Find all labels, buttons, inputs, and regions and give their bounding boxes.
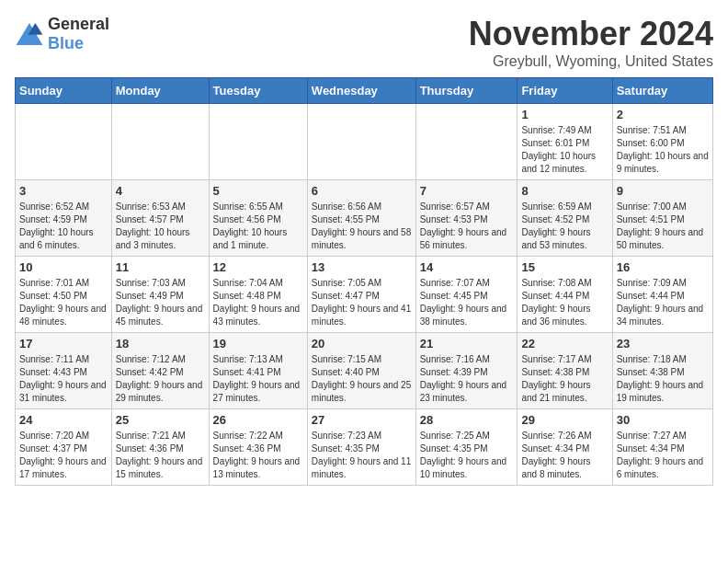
day-number: 18 (116, 337, 205, 350)
day-info: Sunrise: 7:03 AM Sunset: 4:49 PM Dayligh… (116, 277, 205, 328)
day-info: Sunrise: 6:55 AM Sunset: 4:56 PM Dayligh… (213, 201, 303, 252)
day-number: 15 (521, 260, 608, 274)
calendar-table: SundayMondayTuesdayWednesdayThursdayFrid… (15, 77, 713, 486)
header-cell-wednesday: Wednesday (307, 78, 415, 104)
day-cell: 8Sunrise: 6:59 AM Sunset: 4:52 PM Daylig… (518, 180, 612, 257)
day-info: Sunrise: 7:20 AM Sunset: 4:37 PM Dayligh… (19, 430, 108, 481)
day-info: Sunrise: 7:00 AM Sunset: 4:51 PM Dayligh… (617, 201, 709, 252)
day-cell: 7Sunrise: 6:57 AM Sunset: 4:53 PM Daylig… (415, 180, 518, 257)
day-info: Sunrise: 7:09 AM Sunset: 4:44 PM Dayligh… (617, 277, 709, 328)
day-info: Sunrise: 6:56 AM Sunset: 4:55 PM Dayligh… (312, 201, 412, 252)
day-info: Sunrise: 7:18 AM Sunset: 4:38 PM Dayligh… (617, 353, 709, 405)
logo-general: General (48, 15, 109, 33)
day-cell: 13Sunrise: 7:05 AM Sunset: 4:47 PM Dayli… (307, 257, 415, 333)
day-cell: 20Sunrise: 7:15 AM Sunset: 4:40 PM Dayli… (307, 333, 415, 409)
day-info: Sunrise: 7:16 AM Sunset: 4:39 PM Dayligh… (420, 353, 514, 405)
logo: General Blue (15, 15, 109, 53)
day-info: Sunrise: 7:12 AM Sunset: 4:42 PM Dayligh… (116, 353, 205, 405)
day-info: Sunrise: 7:05 AM Sunset: 4:47 PM Dayligh… (312, 277, 412, 328)
header-cell-tuesday: Tuesday (209, 78, 307, 104)
day-info: Sunrise: 7:27 AM Sunset: 4:34 PM Dayligh… (617, 430, 709, 481)
day-info: Sunrise: 7:01 AM Sunset: 4:50 PM Dayligh… (19, 277, 108, 328)
calendar-body: 1Sunrise: 7:49 AM Sunset: 6:01 PM Daylig… (16, 104, 713, 486)
day-number: 12 (213, 260, 303, 274)
day-cell: 2Sunrise: 7:51 AM Sunset: 6:00 PM Daylig… (612, 104, 712, 180)
day-info: Sunrise: 7:51 AM Sunset: 6:00 PM Dayligh… (617, 124, 709, 176)
day-info: Sunrise: 6:52 AM Sunset: 4:59 PM Dayligh… (19, 201, 108, 252)
day-number: 7 (420, 184, 514, 198)
day-number: 19 (213, 337, 303, 350)
day-number: 11 (116, 260, 205, 274)
day-cell: 16Sunrise: 7:09 AM Sunset: 4:44 PM Dayli… (612, 257, 712, 333)
day-cell: 23Sunrise: 7:18 AM Sunset: 4:38 PM Dayli… (612, 333, 712, 409)
day-info: Sunrise: 7:21 AM Sunset: 4:36 PM Dayligh… (116, 430, 205, 481)
logo-icon (15, 21, 44, 47)
day-cell: 10Sunrise: 7:01 AM Sunset: 4:50 PM Dayli… (16, 257, 112, 333)
day-cell: 5Sunrise: 6:55 AM Sunset: 4:56 PM Daylig… (209, 180, 307, 257)
header-cell-monday: Monday (111, 78, 209, 104)
day-cell: 14Sunrise: 7:07 AM Sunset: 4:45 PM Dayli… (415, 257, 518, 333)
day-cell: 17Sunrise: 7:11 AM Sunset: 4:43 PM Dayli… (16, 333, 112, 409)
day-info: Sunrise: 6:59 AM Sunset: 4:52 PM Dayligh… (521, 201, 608, 252)
day-number: 6 (312, 184, 412, 198)
day-cell: 12Sunrise: 7:04 AM Sunset: 4:48 PM Dayli… (209, 257, 307, 333)
day-cell: 27Sunrise: 7:23 AM Sunset: 4:35 PM Dayli… (307, 409, 415, 486)
day-number: 29 (521, 413, 608, 427)
day-number: 4 (116, 184, 205, 198)
day-number: 1 (521, 108, 608, 121)
day-info: Sunrise: 7:49 AM Sunset: 6:01 PM Dayligh… (521, 124, 608, 176)
day-number: 30 (617, 413, 709, 427)
day-cell: 30Sunrise: 7:27 AM Sunset: 4:34 PM Dayli… (612, 409, 712, 486)
day-number: 16 (617, 260, 709, 274)
day-cell (307, 104, 415, 180)
day-cell: 24Sunrise: 7:20 AM Sunset: 4:37 PM Dayli… (16, 409, 112, 486)
week-row-4: 24Sunrise: 7:20 AM Sunset: 4:37 PM Dayli… (16, 409, 713, 486)
day-number: 3 (19, 184, 108, 198)
day-number: 2 (617, 108, 709, 121)
day-number: 23 (617, 337, 709, 350)
day-info: Sunrise: 7:04 AM Sunset: 4:48 PM Dayligh… (213, 277, 303, 328)
week-row-1: 3Sunrise: 6:52 AM Sunset: 4:59 PM Daylig… (16, 180, 713, 257)
day-cell: 25Sunrise: 7:21 AM Sunset: 4:36 PM Dayli… (111, 409, 209, 486)
day-cell: 6Sunrise: 6:56 AM Sunset: 4:55 PM Daylig… (307, 180, 415, 257)
day-info: Sunrise: 7:26 AM Sunset: 4:34 PM Dayligh… (521, 430, 608, 481)
week-row-2: 10Sunrise: 7:01 AM Sunset: 4:50 PM Dayli… (16, 257, 713, 333)
day-info: Sunrise: 6:57 AM Sunset: 4:53 PM Dayligh… (420, 201, 514, 252)
header-cell-saturday: Saturday (612, 78, 712, 104)
day-cell: 18Sunrise: 7:12 AM Sunset: 4:42 PM Dayli… (111, 333, 209, 409)
day-info: Sunrise: 7:25 AM Sunset: 4:35 PM Dayligh… (420, 430, 514, 481)
day-number: 28 (420, 413, 514, 427)
day-cell: 4Sunrise: 6:53 AM Sunset: 4:57 PM Daylig… (111, 180, 209, 257)
day-info: Sunrise: 6:53 AM Sunset: 4:57 PM Dayligh… (116, 201, 205, 252)
day-info: Sunrise: 7:22 AM Sunset: 4:36 PM Dayligh… (213, 430, 303, 481)
header-cell-thursday: Thursday (415, 78, 518, 104)
day-number: 14 (420, 260, 514, 274)
day-info: Sunrise: 7:13 AM Sunset: 4:41 PM Dayligh… (213, 353, 303, 405)
day-number: 17 (19, 337, 108, 350)
day-cell: 11Sunrise: 7:03 AM Sunset: 4:49 PM Dayli… (111, 257, 209, 333)
logo-blue: Blue (48, 34, 84, 52)
day-number: 10 (19, 260, 108, 274)
day-number: 5 (213, 184, 303, 198)
day-cell: 9Sunrise: 7:00 AM Sunset: 4:51 PM Daylig… (612, 180, 712, 257)
week-row-0: 1Sunrise: 7:49 AM Sunset: 6:01 PM Daylig… (16, 104, 713, 180)
day-cell: 3Sunrise: 6:52 AM Sunset: 4:59 PM Daylig… (16, 180, 112, 257)
location-title: Greybull, Wyoming, United States (469, 53, 713, 70)
day-number: 8 (521, 184, 608, 198)
day-number: 24 (19, 413, 108, 427)
day-number: 25 (116, 413, 205, 427)
day-number: 27 (312, 413, 412, 427)
header-row: SundayMondayTuesdayWednesdayThursdayFrid… (16, 78, 713, 104)
day-cell (209, 104, 307, 180)
week-row-3: 17Sunrise: 7:11 AM Sunset: 4:43 PM Dayli… (16, 333, 713, 409)
day-cell: 1Sunrise: 7:49 AM Sunset: 6:01 PM Daylig… (518, 104, 612, 180)
day-cell (111, 104, 209, 180)
day-info: Sunrise: 7:08 AM Sunset: 4:44 PM Dayligh… (521, 277, 608, 328)
day-number: 22 (521, 337, 608, 350)
day-cell: 29Sunrise: 7:26 AM Sunset: 4:34 PM Dayli… (518, 409, 612, 486)
header-cell-friday: Friday (518, 78, 612, 104)
month-title: November 2024 (469, 15, 713, 53)
day-info: Sunrise: 7:23 AM Sunset: 4:35 PM Dayligh… (312, 430, 412, 481)
day-cell (415, 104, 518, 180)
day-cell: 19Sunrise: 7:13 AM Sunset: 4:41 PM Dayli… (209, 333, 307, 409)
